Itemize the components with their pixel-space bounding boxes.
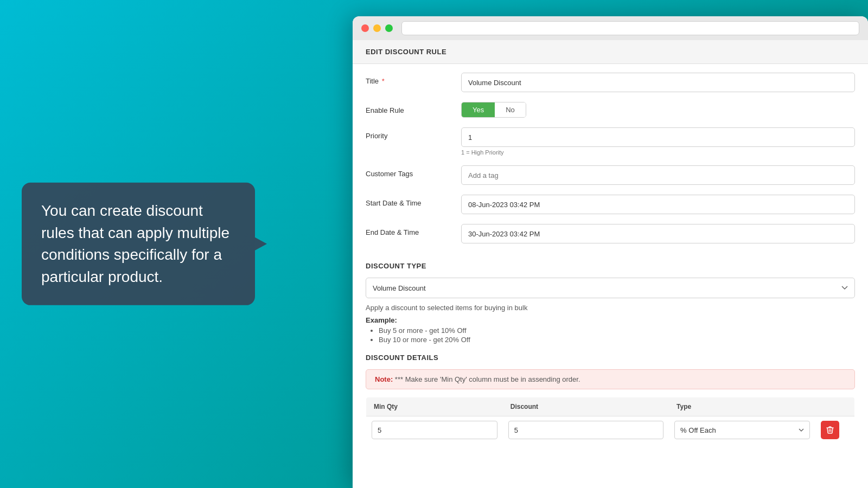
minimize-icon[interactable] (373, 24, 381, 32)
cell-min-qty (366, 416, 503, 444)
col-header-discount: Discount (503, 397, 669, 416)
priority-control: 1 = High Priority (461, 127, 855, 156)
address-bar[interactable] (401, 21, 859, 35)
discount-details-section-label: DISCOUNT DETAILS (366, 354, 855, 362)
enable-rule-control: Yes No (461, 102, 855, 118)
table-header-row: Min Qty Discount Type (366, 397, 855, 416)
customer-tags-row: Customer Tags (366, 165, 855, 185)
start-date-input[interactable] (461, 195, 855, 214)
title-label: Title * (366, 73, 452, 85)
cell-discount (503, 416, 669, 444)
customer-tags-label: Customer Tags (366, 165, 452, 178)
min-qty-input[interactable] (372, 421, 497, 439)
enable-rule-row: Enable Rule Yes No (366, 102, 855, 118)
example-item-1: Buy 5 or more - get 10% Off (379, 326, 855, 335)
discount-details-section: DISCOUNT DETAILS Note: *** Make sure 'Mi… (353, 354, 868, 453)
start-date-row: Start Date & Time (366, 195, 855, 214)
discount-type-select[interactable]: Volume Discount Flat Discount Percentage… (366, 278, 855, 298)
col-header-type: Type (669, 397, 815, 416)
priority-hint: 1 = High Priority (461, 149, 855, 156)
delete-row-button[interactable] (821, 421, 839, 439)
priority-input[interactable] (461, 127, 855, 147)
maximize-icon[interactable] (385, 24, 393, 32)
customer-tags-control (461, 165, 855, 185)
discount-type-section: DISCOUNT TYPE Volume Discount Flat Disco… (353, 262, 868, 354)
note-prefix: Note: (375, 375, 393, 383)
trash-icon (826, 426, 834, 434)
end-date-label: End Date & Time (366, 224, 452, 236)
example-item-2: Buy 10 or more - get 20% Off (379, 336, 855, 344)
priority-label: Priority (366, 127, 452, 140)
discount-table: Min Qty Discount Type (366, 397, 855, 444)
tooltip-bubble: You can create discount rules that can a… (22, 183, 255, 305)
end-date-input[interactable] (461, 224, 855, 243)
tooltip-text: You can create discount rules that can a… (41, 202, 229, 285)
example-list: Buy 5 or more - get 10% Off Buy 10 or mo… (366, 326, 855, 344)
note-text: *** Make sure 'Min Qty' column must be i… (395, 375, 580, 383)
enable-no-button[interactable]: No (495, 102, 526, 117)
type-select[interactable]: % Off Each $ Off Each Fixed Price (674, 421, 810, 439)
enable-yes-button[interactable]: Yes (462, 102, 495, 117)
end-date-control (461, 224, 855, 243)
priority-row: Priority 1 = High Priority (366, 127, 855, 156)
start-date-control (461, 195, 855, 214)
enable-rule-toggle-group: Yes No (461, 102, 526, 118)
start-date-label: Start Date & Time (366, 195, 452, 207)
end-date-row: End Date & Time (366, 224, 855, 243)
required-marker: * (382, 77, 385, 85)
title-control (461, 73, 855, 92)
col-header-min-qty: Min Qty (366, 397, 503, 416)
discount-input[interactable] (508, 421, 663, 439)
enable-rule-label: Enable Rule (366, 102, 452, 114)
browser-window: EDIT DISCOUNT RULE Title * Enable Rule (353, 16, 868, 488)
discount-type-section-label: DISCOUNT TYPE (366, 262, 855, 270)
cell-type: % Off Each $ Off Each Fixed Price (669, 416, 815, 444)
browser-titlebar (353, 16, 868, 40)
title-input[interactable] (461, 73, 855, 92)
col-header-action (815, 397, 854, 416)
table-row: % Off Each $ Off Each Fixed Price (366, 416, 855, 444)
title-row: Title * (366, 73, 855, 92)
discount-type-description: Apply a discount to selected items for b… (366, 304, 855, 312)
form-body: Title * Enable Rule Yes No (353, 64, 868, 262)
example-label: Example: (366, 316, 855, 324)
alert-note: Note: *** Make sure 'Min Qty' column mus… (366, 369, 855, 389)
cell-action (815, 416, 854, 444)
customer-tags-input[interactable] (461, 165, 855, 185)
close-icon[interactable] (361, 24, 369, 32)
edit-discount-rule-header: EDIT DISCOUNT RULE (353, 40, 868, 64)
page-content: EDIT DISCOUNT RULE Title * Enable Rule (353, 40, 868, 488)
